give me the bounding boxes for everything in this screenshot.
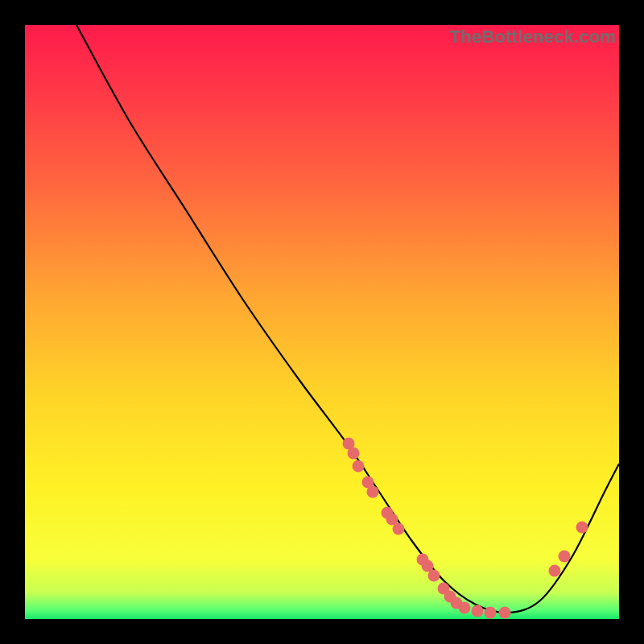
scatter-dot — [472, 605, 484, 617]
chart-plot — [25, 25, 619, 619]
watermark-text: TheBottleneck.com — [450, 27, 616, 47]
chart-frame: TheBottleneck.com — [25, 25, 619, 619]
scatter-dot — [485, 607, 497, 619]
bottleneck-curve — [76, 25, 619, 613]
scatter-dot — [576, 522, 588, 534]
scatter-dot — [348, 448, 360, 460]
scatter-dots — [343, 438, 588, 619]
scatter-dot — [549, 565, 561, 577]
scatter-dot — [559, 551, 571, 563]
scatter-dot — [393, 523, 405, 535]
scatter-dot — [459, 602, 471, 614]
scatter-dot — [353, 460, 365, 473]
scatter-dot — [367, 486, 379, 498]
scatter-dot — [428, 570, 440, 582]
scatter-dot — [499, 607, 511, 619]
